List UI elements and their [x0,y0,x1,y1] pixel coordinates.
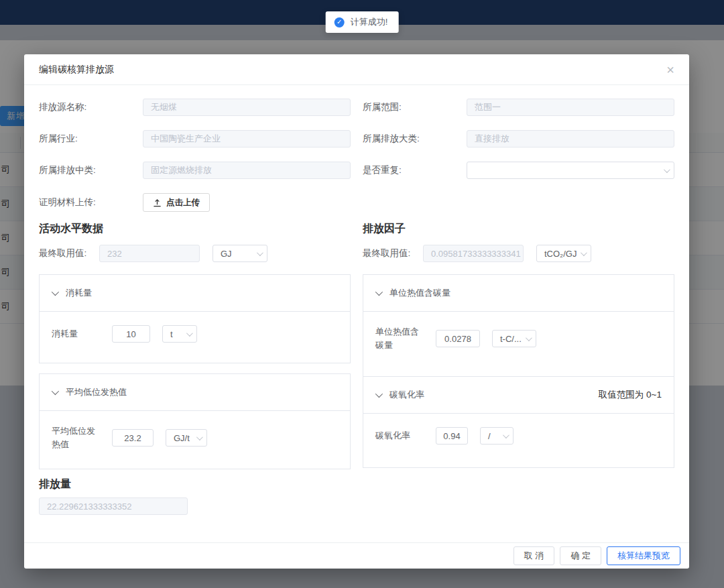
close-icon[interactable]: × [666,63,674,76]
panel-title: 平均低位发热值 [66,386,127,398]
top-form: 排放源名称: 无烟煤 所属范围: 范围一 所属行业: 中国陶瓷生产企业 所属排放… [39,99,676,212]
panel-header[interactable]: 单位热值含碳量 [363,275,674,312]
chevron-down-icon [196,434,203,440]
field-label: 排放源名称: [39,101,143,113]
carbon-content-input[interactable]: 0.0278 [436,330,480,347]
activity-section: 活动水平数据 最终取用值: 232 GJ 消耗量 [39,222,351,469]
heating-value-input[interactable]: 23.2 [112,429,154,447]
panel-body: 消耗量 10 t [40,312,350,356]
empty-cell [363,193,674,212]
field-industry: 所属行业: 中国陶瓷生产企业 [39,130,351,148]
activity-final-row: 最终取用值: 232 GJ [39,245,351,262]
panel-body: 碳氧化率 0.94 / [363,414,674,458]
edit-emission-source-dialog: 编辑碳核算排放源 × 排放源名称: 无烟煤 所属范围: 范围一 所属行业: 中国… [24,54,689,569]
mid-category-input: 固定源燃烧排放 [143,162,351,179]
factor-unit-select[interactable]: tCO₂/GJ [536,245,591,262]
heating-value-panel: 平均低位发热值 平均低位发热值 23.2 GJ/t [39,373,351,469]
oxidation-rate-panel: 碳氧化率 取值范围为 0~1 碳氧化率 0.94 / [363,376,674,468]
chevron-down-icon [375,390,383,398]
toast-notification: ✓ 计算成功! [326,11,399,33]
factor-final-row: 最终取用值: 0.09581733333333341 tCO₂/GJ [363,245,674,262]
data-sections: 活动水平数据 最终取用值: 232 GJ 消耗量 [39,222,676,469]
panel-header[interactable]: 平均低位发热值 [40,374,350,411]
range-note: 取值范围为 0~1 [599,389,662,401]
factor-final-input: 0.09581733333333341 [423,245,524,262]
upload-button-label: 点击上传 [166,197,200,209]
field-label: 所属范围: [363,101,467,113]
consumption-input[interactable]: 10 [112,325,150,343]
section-title: 排放因子 [363,222,674,236]
chevron-down-icon [526,335,532,341]
field-label: 证明材料上传: [39,196,143,209]
chevron-down-icon [375,288,383,296]
field-major-category: 所属排放大类: 直接排放 [363,130,674,148]
preview-result-button[interactable]: 核算结果预览 [607,546,680,565]
final-value-label: 最终取用值: [363,247,423,259]
chevron-down-icon [52,388,59,395]
panel-header[interactable]: 消耗量 [40,275,350,312]
select-value: / [488,431,491,441]
factor-section: 排放因子 最终取用值: 0.09581733333333341 tCO₂/GJ … [363,222,674,469]
activity-final-input: 232 [99,245,200,262]
carbon-content-panel: 单位热值含碳量 单位热值含碳量 0.0278 t-C/... [363,274,674,377]
chevron-down-icon [664,166,670,173]
upload-icon [153,198,162,207]
field-is-duplicate: 是否重复: [363,162,674,179]
confirm-button[interactable]: 确 定 [560,546,601,565]
field-label: 所属排放大类: [363,133,467,145]
row-label: 单位热值含碳量 [375,325,424,352]
oxidation-rate-unit-select[interactable]: / [480,427,514,445]
field-label: 所属行业: [39,133,143,145]
heating-value-unit-select[interactable]: GJ/t [166,429,207,447]
emission-section-title: 排放量 [39,477,676,491]
section-title: 活动水平数据 [39,222,351,236]
final-value-label: 最终取用值: [39,247,99,259]
panel-header[interactable]: 碳氧化率 取值范围为 0~1 [363,377,674,414]
chevron-down-icon [186,330,193,337]
oxidation-rate-input[interactable]: 0.94 [436,427,468,445]
panel-body: 平均低位发热值 23.2 GJ/t [40,411,350,465]
field-label: 是否重复: [363,164,467,176]
industry-input: 中国陶瓷生产企业 [143,130,351,148]
select-value: GJ [221,249,232,259]
chevron-down-icon [52,288,59,296]
activity-unit-select[interactable]: GJ [213,245,267,262]
dialog-title: 编辑碳核算排放源 [39,64,114,76]
chevron-down-icon [503,432,509,438]
check-circle-icon: ✓ [335,17,345,27]
dialog-body: 排放源名称: 无烟煤 所属范围: 范围一 所属行业: 中国陶瓷生产企业 所属排放… [24,85,689,515]
row-label: 平均低位发热值 [52,424,100,451]
consumption-unit-select[interactable]: t [162,325,197,343]
dialog-header: 编辑碳核算排放源 × [24,54,689,85]
emission-result-input: 22.229621333333352 [39,497,188,515]
screen: 新增 司 司 司 司 司 ✓ 计算成功! 编辑碳核算排放源 × 排放源名称: 无 [0,0,724,588]
major-category-input: 直接排放 [467,130,674,148]
cancel-button[interactable]: 取 消 [514,546,555,565]
row-label: 碳氧化率 [375,429,424,443]
field-scope: 所属范围: 范围一 [363,99,674,116]
toast-message: 计算成功! [351,16,388,28]
panel-body: 单位热值含碳量 0.0278 t-C/... [363,312,674,365]
dialog-footer: 取 消 确 定 核算结果预览 [24,542,689,569]
panel-title: 碳氧化率 [389,389,424,401]
source-name-input: 无烟煤 [143,99,351,116]
field-mid-category: 所属排放中类: 固定源燃烧排放 [39,162,351,179]
panel-title: 单位热值含碳量 [389,287,450,299]
field-source-name: 排放源名称: 无烟煤 [39,99,351,116]
chevron-down-icon [257,249,263,256]
scope-input: 范围一 [467,99,674,116]
field-upload: 证明材料上传: 点击上传 [39,193,351,212]
chevron-down-icon [581,249,587,256]
select-value: tCO₂/GJ [544,249,577,259]
row-label: 消耗量 [52,327,100,341]
upload-button[interactable]: 点击上传 [143,193,210,212]
field-label: 所属排放中类: [39,164,143,176]
is-duplicate-select[interactable] [467,162,674,179]
consumption-panel: 消耗量 消耗量 10 t [39,274,351,363]
select-value: t-C/... [500,334,522,344]
panel-title: 消耗量 [66,287,92,299]
select-value: GJ/t [174,433,190,443]
select-value: t [170,329,173,339]
carbon-content-unit-select[interactable]: t-C/... [492,330,536,347]
